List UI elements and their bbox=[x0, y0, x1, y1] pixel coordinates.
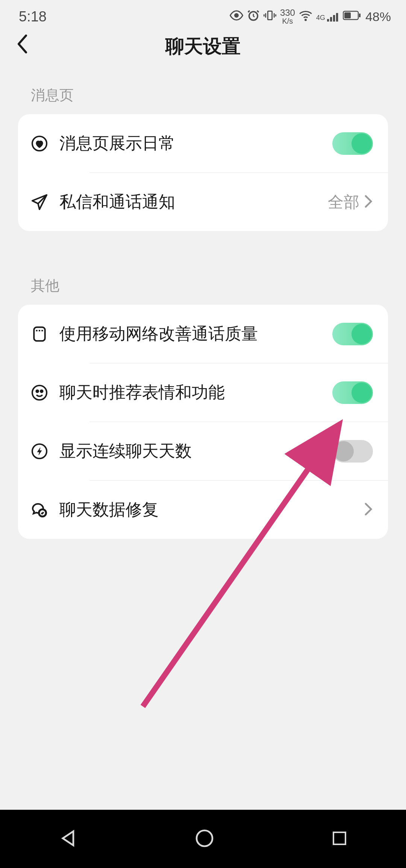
svg-rect-7 bbox=[336, 13, 338, 22]
toggle-recommend-emoji[interactable] bbox=[332, 381, 373, 404]
svg-rect-5 bbox=[330, 17, 332, 21]
vibrate-icon bbox=[264, 9, 276, 24]
svg-rect-12 bbox=[34, 327, 45, 341]
nav-back-button[interactable] bbox=[58, 828, 79, 850]
card-messages: 消息页展示日常 私信和通话通知 全部 bbox=[18, 114, 388, 231]
svg-point-21 bbox=[197, 830, 212, 846]
row-chat-data-repair[interactable]: 聊天数据修复 bbox=[18, 481, 388, 539]
send-icon bbox=[30, 193, 49, 212]
svg-rect-22 bbox=[333, 832, 345, 844]
alarm-icon bbox=[247, 9, 260, 24]
row-label: 聊天数据修复 bbox=[59, 499, 364, 521]
chat-repair-icon bbox=[30, 501, 49, 519]
eye-icon bbox=[230, 9, 243, 25]
svg-point-14 bbox=[36, 390, 38, 392]
row-dm-call-notify[interactable]: 私信和通话通知 全部 bbox=[18, 173, 388, 231]
row-label: 显示连续聊天天数 bbox=[59, 440, 332, 462]
row-show-daily[interactable]: 消息页展示日常 bbox=[18, 114, 388, 172]
row-label: 私信和通话通知 bbox=[59, 191, 328, 213]
toggle-chat-streak[interactable] bbox=[332, 440, 373, 463]
toggle-mobile-network[interactable] bbox=[332, 323, 373, 345]
section-header-other: 其他 bbox=[0, 231, 406, 305]
svg-rect-9 bbox=[344, 12, 351, 18]
chevron-right-icon bbox=[364, 502, 373, 517]
page-header: 聊天设置 bbox=[0, 29, 406, 71]
status-bar: 5:18 330 K/s 4G bbox=[0, 0, 406, 29]
heart-circle-icon bbox=[30, 134, 49, 153]
section-header-messages: 消息页 bbox=[0, 71, 406, 114]
signal-icon: 4G bbox=[316, 11, 339, 22]
back-button[interactable] bbox=[15, 33, 29, 59]
battery-percentage: 48% bbox=[365, 9, 391, 24]
svg-point-15 bbox=[41, 390, 43, 392]
row-chat-streak[interactable]: 显示连续聊天天数 bbox=[18, 422, 388, 480]
row-recommend-emoji[interactable]: 聊天时推荐表情和功能 bbox=[18, 363, 388, 422]
battery-icon bbox=[343, 10, 362, 23]
wifi-icon bbox=[299, 9, 312, 25]
chevron-right-icon bbox=[364, 195, 373, 210]
svg-rect-2 bbox=[268, 11, 272, 20]
card-other: 使用移动网络改善通话质量 聊天时推荐表情和功能 显示连续聊天天数 聊天数据修复 bbox=[18, 305, 388, 539]
svg-rect-10 bbox=[359, 14, 361, 17]
svg-rect-4 bbox=[327, 19, 329, 22]
lightning-circle-icon bbox=[30, 442, 49, 461]
nav-home-button[interactable] bbox=[194, 828, 215, 850]
network-speed: 330 K/s bbox=[280, 8, 295, 25]
row-label: 聊天时推荐表情和功能 bbox=[59, 381, 332, 404]
toggle-show-daily[interactable] bbox=[332, 132, 373, 155]
row-label: 使用移动网络改善通话质量 bbox=[59, 323, 332, 345]
svg-rect-6 bbox=[333, 15, 335, 21]
sim-icon bbox=[30, 325, 49, 343]
system-nav-bar bbox=[0, 810, 406, 868]
smile-icon bbox=[30, 383, 49, 402]
page-title: 聊天设置 bbox=[165, 34, 241, 59]
row-value: 全部 bbox=[328, 192, 359, 213]
svg-point-13 bbox=[32, 385, 47, 399]
row-mobile-network-quality[interactable]: 使用移动网络改善通话质量 bbox=[18, 305, 388, 363]
status-time: 5:18 bbox=[19, 9, 47, 25]
svg-point-3 bbox=[305, 19, 306, 20]
svg-point-0 bbox=[235, 14, 238, 17]
row-label: 消息页展示日常 bbox=[59, 132, 332, 154]
nav-recent-button[interactable] bbox=[330, 829, 348, 849]
status-icons: 330 K/s 4G 48% bbox=[230, 8, 391, 25]
